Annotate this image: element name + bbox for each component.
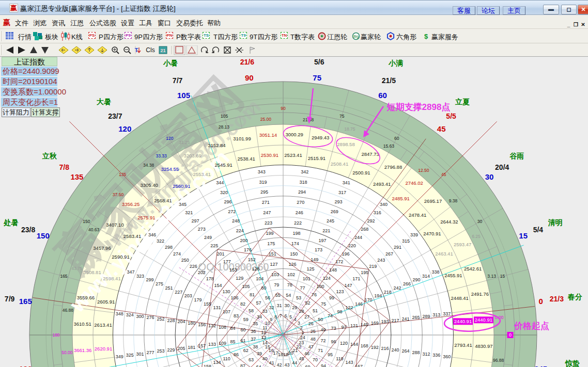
- svg-text:2440.91: 2440.91: [454, 318, 472, 324]
- svg-text:2575.91: 2575.91: [137, 215, 155, 220]
- svg-text:45: 45: [299, 356, 304, 361]
- svg-text:78: 78: [287, 282, 292, 288]
- svg-text:105: 105: [177, 91, 190, 100]
- svg-text:293: 293: [334, 199, 342, 204]
- svg-text:49: 49: [321, 327, 326, 332]
- svg-text:106: 106: [230, 295, 238, 300]
- svg-text:292: 292: [367, 218, 375, 224]
- svg-text:0: 0: [539, 297, 543, 306]
- svg-text:3305.40: 3305.40: [141, 182, 158, 188]
- svg-text:194: 194: [374, 293, 382, 298]
- svg-text:127: 127: [270, 262, 277, 267]
- svg-text:248: 248: [232, 218, 240, 224]
- svg-text:2491.76: 2491.76: [471, 291, 489, 297]
- svg-text:275: 275: [156, 281, 163, 286]
- svg-text:245: 245: [327, 218, 334, 224]
- svg-text:54: 54: [286, 293, 291, 298]
- svg-text:60: 60: [394, 136, 399, 141]
- svg-text:3559.66: 3559.66: [77, 295, 95, 300]
- svg-text:134: 134: [213, 360, 221, 365]
- svg-text:273: 273: [198, 227, 206, 232]
- svg-text:74: 74: [328, 313, 333, 318]
- svg-text:55: 55: [275, 293, 281, 298]
- svg-text:61: 61: [240, 338, 245, 343]
- svg-text:21/3: 21/3: [550, 295, 564, 303]
- svg-text:121: 121: [350, 323, 358, 328]
- svg-text:37.50: 37.50: [113, 192, 124, 197]
- svg-text:219: 219: [369, 264, 377, 269]
- svg-text:222: 222: [294, 220, 302, 226]
- svg-text:7/9: 7/9: [5, 295, 15, 303]
- svg-text:72: 72: [321, 338, 326, 343]
- svg-text:春分: 春分: [567, 293, 582, 301]
- svg-text:338: 338: [432, 269, 440, 275]
- svg-text:75: 75: [321, 301, 326, 307]
- svg-text:2553.41: 2553.41: [193, 171, 210, 177]
- svg-text:101: 101: [303, 276, 311, 281]
- svg-text:130: 130: [223, 289, 230, 294]
- svg-text:251: 251: [165, 285, 173, 291]
- svg-text:2485.91: 2485.91: [392, 196, 409, 201]
- svg-text:3254.55: 3254.55: [161, 166, 179, 172]
- svg-text:301: 301: [136, 352, 144, 357]
- svg-text:323: 323: [136, 274, 144, 279]
- svg-text:299: 299: [146, 277, 153, 282]
- svg-text:60: 60: [378, 91, 387, 100]
- svg-text:3457.96: 3457.96: [93, 245, 111, 251]
- svg-text:158: 158: [204, 364, 211, 367]
- svg-text:45: 45: [437, 124, 446, 133]
- svg-text:5/5: 5/5: [446, 112, 456, 120]
- svg-text:T: T: [135, 47, 138, 53]
- svg-text:64: 64: [256, 364, 261, 367]
- svg-text:75: 75: [313, 73, 321, 82]
- svg-text:337: 337: [443, 311, 451, 316]
- svg-text:84: 84: [230, 326, 235, 331]
- svg-text:30: 30: [477, 219, 483, 224]
- svg-text:177: 177: [223, 259, 231, 264]
- svg-text:63: 63: [249, 357, 254, 362]
- svg-text:44: 44: [292, 360, 297, 365]
- svg-text:345: 345: [534, 364, 547, 367]
- svg-text:2560.91: 2560.91: [173, 183, 190, 189]
- svg-text:59: 59: [243, 317, 249, 322]
- svg-text:173: 173: [315, 247, 322, 252]
- svg-text:2590.91: 2590.91: [112, 254, 129, 260]
- svg-text:276: 276: [147, 315, 154, 320]
- svg-text:175: 175: [267, 241, 275, 246]
- svg-text:大暑: 大暑: [97, 98, 111, 106]
- svg-text:324: 324: [126, 312, 134, 317]
- svg-text:96: 96: [331, 339, 336, 344]
- svg-text:176: 176: [244, 247, 252, 252]
- svg-text:3508.81: 3508.81: [83, 269, 101, 275]
- svg-text:52: 52: [305, 300, 311, 306]
- svg-text:298: 298: [165, 245, 173, 250]
- svg-text:23/7: 23/7: [108, 112, 122, 120]
- svg-text:35: 35: [253, 321, 258, 326]
- svg-text:225: 225: [210, 243, 218, 248]
- svg-text:47: 47: [308, 344, 314, 349]
- svg-text:23: 23: [299, 340, 304, 345]
- svg-text:69: 69: [305, 364, 311, 367]
- svg-text:6.25: 6.25: [472, 234, 481, 239]
- svg-text:192: 192: [371, 345, 379, 350]
- svg-text:153: 153: [229, 267, 237, 273]
- svg-text:108: 108: [219, 325, 226, 330]
- svg-text:2542.61: 2542.61: [464, 266, 482, 272]
- svg-text:224: 224: [236, 228, 244, 233]
- svg-text:1: 1: [301, 330, 304, 335]
- svg-text:165: 165: [19, 297, 32, 306]
- svg-text:126: 126: [289, 262, 297, 267]
- svg-text:短期支撑2898点: 短期支撑2898点: [386, 102, 451, 112]
- svg-text:51: 51: [313, 308, 318, 313]
- svg-text:85: 85: [230, 339, 235, 344]
- svg-text:2793.41: 2793.41: [454, 342, 472, 348]
- svg-text:45: 45: [441, 172, 446, 177]
- svg-text:27: 27: [304, 314, 310, 320]
- svg-text:谷雨: 谷雨: [509, 152, 524, 160]
- svg-text:5: 5: [289, 314, 292, 320]
- svg-text:143: 143: [345, 360, 353, 365]
- svg-text:2530.91: 2530.91: [261, 152, 278, 158]
- svg-text:9: 9: [270, 317, 272, 322]
- svg-text:252: 252: [157, 316, 164, 322]
- svg-text:180: 180: [188, 321, 195, 326]
